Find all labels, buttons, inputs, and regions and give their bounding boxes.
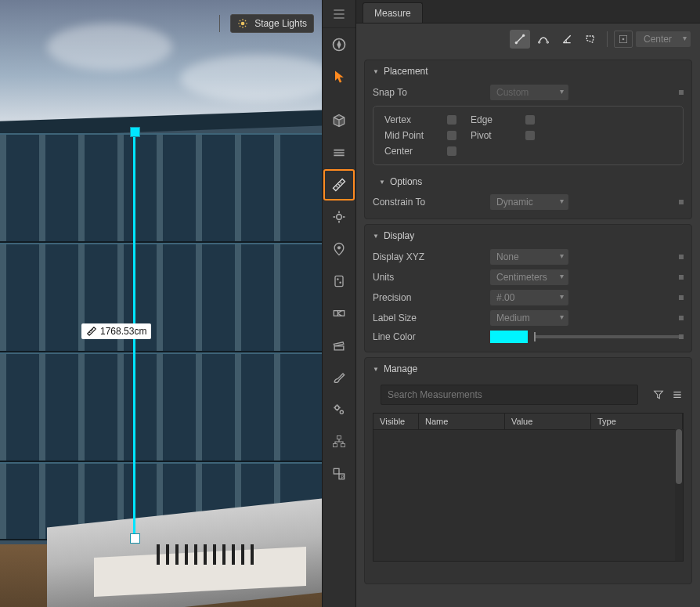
chk-midpoint[interactable] [447,131,456,140]
chk-edge[interactable] [525,115,535,125]
movie-tool[interactable] [323,330,355,361]
svg-rect-19 [334,311,344,316]
reset-dot[interactable] [679,90,684,95]
measure-mode-multi[interactable] [533,30,554,49]
constrain-val: Dynamic [496,197,533,208]
snap-options: Vertex Edge Mid Point Pivot Center [373,106,684,165]
marker-tool[interactable] [323,233,355,265]
snap-toggle[interactable] [614,31,633,48]
toolstrip: P [322,0,356,607]
chk-pivot[interactable] [525,131,535,140]
section-header-display[interactable]: Display [365,225,691,247]
search-measurements[interactable]: Search Measurements [381,385,638,405]
chk-center[interactable] [447,146,456,156]
filter-icon[interactable] [652,388,665,401]
cube-tool[interactable] [323,105,355,136]
lbl-line-color: Line Color [373,331,490,342]
display-xyz-select[interactable]: None [490,249,568,265]
svg-point-28 [515,42,518,44]
svg-point-31 [547,42,549,44]
col-visible[interactable]: Visible [373,414,419,429]
parent-tool[interactable]: P [323,458,355,490]
measure-mode-area[interactable] [580,30,601,49]
compass-tool[interactable] [323,29,355,60]
line-color-swatch[interactable] [490,331,528,343]
lbl-snap-to: Snap To [373,87,490,98]
svg-line-7 [240,26,240,27]
reset-dot[interactable] [679,200,684,204]
tab-label: Measure [374,8,411,19]
measure-mode-angle[interactable] [557,30,577,49]
units-val: Centimeters [496,272,547,283]
layers-tool[interactable] [323,137,355,168]
section-display: Display Display XYZ None Units Centimete… [364,224,692,352]
tab-measure[interactable]: Measure [363,2,423,23]
ruler-icon [86,326,97,337]
svg-point-10 [337,215,342,220]
reset-dot[interactable] [679,255,684,259]
svg-rect-16 [335,276,343,286]
building-floor [0,243,322,352]
col-type[interactable]: Type [591,414,683,429]
brush-tool[interactable] [323,362,355,393]
measure-mode-point[interactable] [510,30,530,49]
hierarchy-tool[interactable] [323,426,355,457]
subsection-options[interactable]: Options [373,172,684,192]
svg-rect-25 [334,468,339,474]
label-size-select[interactable]: Medium [490,310,568,326]
svg-line-5 [240,20,240,21]
stage-lights-button[interactable]: Stage Lights [230,14,314,33]
section-header-manage[interactable]: Manage [365,358,691,380]
svg-point-15 [337,246,341,249]
cloud [47,23,172,70]
snap-to-value: Custom [496,87,529,98]
scrollbar[interactable] [675,429,683,561]
snap-to-select[interactable]: Custom [490,85,568,100]
lbl-vertex: Vertex [384,114,447,125]
measurement-value: 1768.53cm [100,326,146,337]
chk-vertex[interactable] [447,115,456,125]
sun-tool[interactable] [323,201,355,233]
reset-dot[interactable] [679,295,684,300]
measurement-label[interactable]: 1768.53cm [81,323,151,339]
line-color-slider[interactable] [534,335,679,338]
reset-dot[interactable] [679,316,684,320]
units-select[interactable]: Centimeters [490,269,568,285]
reset-dot[interactable] [679,275,684,280]
col-value[interactable]: Value [505,414,591,429]
lbl-pivot: Pivot [471,130,525,141]
precision-select[interactable]: #.00 [490,290,568,305]
building-floor [0,133,322,243]
sequencer-tool[interactable] [323,298,355,329]
lbl-center: Center [384,146,447,157]
section-placement: Placement Snap To Custom Vertex Edge Mid… [364,60,692,219]
lbl-constrain: Constrain To [373,197,490,208]
svg-point-20 [335,406,339,410]
settings-tool[interactable] [323,394,355,425]
lbl-display-xyz: Display XYZ [373,251,490,262]
hamburger-icon[interactable] [323,0,355,28]
select-tool[interactable] [323,61,355,92]
measure-tool[interactable] [323,169,355,201]
material-tool[interactable] [323,266,355,297]
menu-icon[interactable] [671,388,684,401]
section-header-placement[interactable]: Placement [365,60,691,82]
precision-val: #.00 [496,292,514,303]
sun-icon [237,18,248,29]
search-placeholder: Search Measurements [388,389,482,400]
railing [157,544,290,568]
viewport-3d[interactable]: 1768.53cm Stage Lights [0,0,322,607]
center-dropdown[interactable]: Center [636,31,691,47]
display-xyz-val: None [496,251,519,262]
svg-rect-24 [341,444,345,447]
subsec-title: Options [390,176,422,187]
section-title: Display [384,230,414,241]
reset-dot[interactable] [679,334,684,339]
stage-lights-label: Stage Lights [254,18,307,29]
col-name[interactable]: Name [419,414,505,429]
table-header: Visible Name Value Type [373,414,683,430]
svg-rect-22 [337,436,341,439]
lbl-midpoint: Mid Point [384,130,447,141]
svg-point-30 [538,42,540,44]
constrain-select[interactable]: Dynamic [490,194,568,210]
